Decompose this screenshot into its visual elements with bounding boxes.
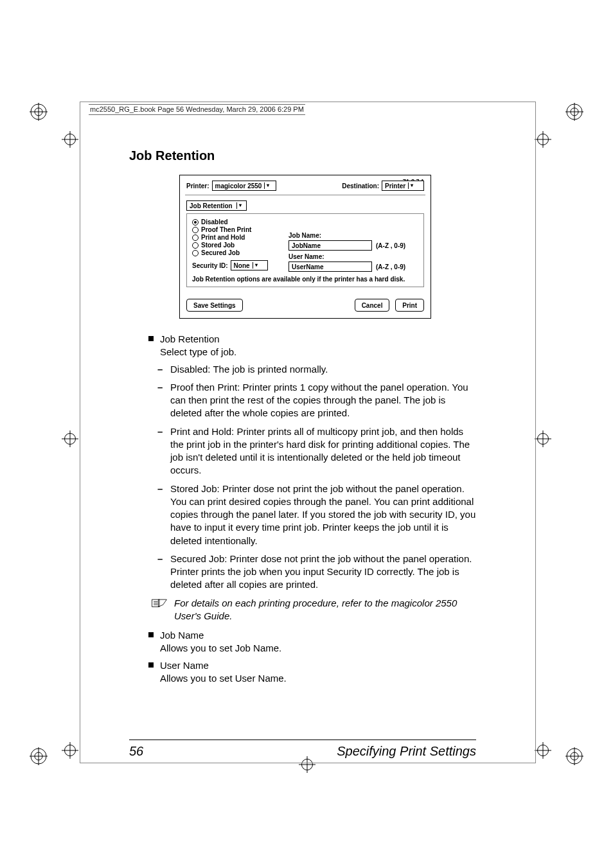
item-desc: Select type of job.	[160, 346, 236, 357]
destination-select[interactable]: Printer ▾	[382, 181, 424, 191]
jobname-input[interactable]: JobName	[289, 240, 372, 251]
radio-icon	[192, 227, 199, 233]
button-label: Save Settings	[193, 302, 236, 309]
crosshair-icon	[62, 742, 78, 759]
radio-label: Print and Hold	[201, 234, 245, 241]
note-text: For details on each printing procedure, …	[174, 597, 476, 623]
dropdown-arrows-icon: ▾	[253, 262, 260, 269]
item-desc: Allows you to set User Name.	[160, 673, 287, 684]
destination-label: Destination:	[342, 182, 379, 190]
item-desc: Allows you to set Job Name.	[160, 642, 281, 653]
radio-icon	[192, 219, 199, 226]
page-frame: Job Retention Z1-8.7.1 Printer: magicolo…	[80, 102, 536, 763]
sub-item-disabled: Disabled: The job is printed normally.	[157, 363, 476, 376]
list-item: User Name Allows you to set User Name.	[148, 659, 476, 686]
registration-mark-icon	[565, 747, 583, 765]
crosshair-icon	[535, 131, 551, 148]
registration-mark-icon	[565, 103, 583, 121]
dropdown-arrows-icon: ▾	[264, 182, 271, 189]
crosshair-icon	[62, 131, 78, 148]
item-title: User Name	[160, 660, 209, 671]
radio-icon	[192, 250, 199, 256]
username-value: UserName	[292, 263, 323, 270]
crosshair-icon	[62, 430, 78, 447]
save-settings-button[interactable]: Save Settings	[186, 299, 243, 312]
list-item: Job Name Allows you to set Job Name.	[148, 629, 476, 655]
printer-select-value: magicolor 2550	[215, 182, 262, 190]
print-button[interactable]: Print	[395, 299, 424, 312]
radio-disabled[interactable]: Disabled	[192, 218, 418, 226]
security-id-select[interactable]: None ▾	[231, 260, 268, 270]
item-title: Job Name	[160, 630, 204, 641]
jobname-value: JobName	[292, 242, 321, 249]
radio-label: Disabled	[201, 218, 228, 226]
radio-label: Secured Job	[201, 249, 240, 256]
registration-mark-icon	[30, 747, 48, 765]
security-id-label: Security ID:	[192, 262, 228, 269]
sub-item-hold: Print and Hold: Printer prints all of mu…	[157, 425, 476, 477]
chapter-title: Specifying Print Settings	[337, 744, 476, 759]
sub-item-proof: Proof then Print: Printer prints 1 copy …	[157, 381, 476, 420]
dropdown-arrows-icon: ▾	[236, 202, 244, 209]
dropdown-arrows-icon: ▾	[408, 182, 415, 189]
crosshair-icon	[535, 430, 551, 447]
radio-icon	[192, 242, 199, 249]
crosshair-icon	[535, 742, 551, 759]
radio-label: Proof Then Print	[201, 226, 251, 233]
list-item: Job Retention Select type of job.	[148, 333, 476, 359]
username-label: User Name:	[289, 253, 417, 260]
running-head: mc2550_RG_E.book Page 56 Wednesday, Marc…	[89, 104, 305, 115]
username-hint: (A-Z , 0-9)	[376, 263, 405, 270]
username-input[interactable]: UserName	[289, 261, 372, 272]
item-title: Job Retention	[160, 333, 220, 344]
jobname-hint: (A-Z , 0-9)	[376, 242, 405, 249]
note-icon	[151, 597, 168, 610]
page-number: 56	[129, 744, 143, 759]
job-retention-dialog: Z1-8.7.1 Printer: magicolor 2550 ▾ Desti…	[179, 175, 431, 319]
security-id-value: None	[234, 262, 250, 269]
button-label: Print	[402, 302, 417, 309]
printer-label: Printer:	[186, 182, 209, 190]
cancel-button[interactable]: Cancel	[355, 299, 390, 312]
panel-tab-select[interactable]: Job Retention ▾	[186, 200, 247, 211]
destination-select-value: Printer	[385, 182, 405, 190]
panel-tab-value: Job Retention	[190, 202, 233, 209]
sub-item-secured: Secured Job: Printer dose not print the …	[157, 553, 476, 592]
button-label: Cancel	[362, 302, 383, 309]
registration-mark-icon	[30, 103, 48, 121]
radio-label: Stored Job	[201, 242, 235, 249]
options-group: Disabled Proof Then Print Print and Hold…	[186, 213, 424, 287]
jobname-label: Job Name:	[289, 232, 417, 239]
sub-item-stored: Stored Job: Printer dose not print the j…	[157, 483, 476, 547]
dialog-note: Job Retention options are available only…	[192, 276, 418, 283]
printer-select[interactable]: magicolor 2550 ▾	[212, 181, 276, 191]
section-heading: Job Retention	[129, 148, 476, 163]
radio-icon	[192, 235, 199, 241]
